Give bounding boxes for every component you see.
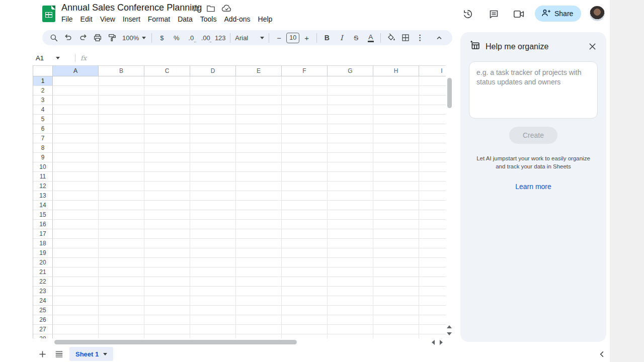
cell-F22[interactable] — [282, 277, 328, 287]
column-header-I[interactable]: I — [419, 66, 446, 76]
cell-G7[interactable] — [328, 134, 373, 143]
cell-I1[interactable] — [419, 76, 446, 86]
cell-B12[interactable] — [99, 182, 144, 191]
cell-D4[interactable] — [190, 105, 236, 115]
italic-icon[interactable]: I — [334, 31, 349, 44]
star-icon[interactable] — [192, 4, 200, 13]
vertical-scrollbar[interactable] — [447, 78, 452, 108]
show-side-panel-chevron-icon[interactable] — [594, 346, 610, 362]
cell-C10[interactable] — [144, 162, 190, 172]
row-header-2[interactable]: 2 — [33, 86, 53, 96]
undo-icon[interactable] — [61, 31, 75, 44]
cell-F20[interactable] — [282, 258, 328, 267]
cell-C13[interactable] — [144, 191, 190, 201]
cell-B25[interactable] — [99, 306, 144, 315]
cell-F27[interactable] — [282, 325, 328, 334]
cell-A20[interactable] — [53, 258, 99, 267]
cell-D16[interactable] — [190, 220, 236, 229]
cell-A3[interactable] — [53, 96, 99, 105]
cell-E28[interactable] — [236, 334, 282, 338]
column-header-G[interactable]: G — [328, 66, 373, 76]
cell-H9[interactable] — [373, 153, 419, 162]
add-sheet-button[interactable] — [34, 346, 50, 362]
cell-A14[interactable] — [53, 201, 99, 210]
cell-D11[interactable] — [190, 172, 236, 182]
cell-E1[interactable] — [236, 76, 282, 86]
cell-G24[interactable] — [328, 296, 373, 306]
decrease-font-size-button[interactable]: − — [272, 31, 286, 44]
cell-G5[interactable] — [328, 115, 373, 124]
row-header-21[interactable]: 21 — [33, 267, 53, 277]
cell-C19[interactable] — [144, 248, 190, 258]
cell-C15[interactable] — [144, 210, 190, 220]
cell-I10[interactable] — [419, 162, 446, 172]
scroll-right-icon[interactable] — [440, 340, 443, 345]
cell-G3[interactable] — [328, 96, 373, 105]
cell-G10[interactable] — [328, 162, 373, 172]
cell-C5[interactable] — [144, 115, 190, 124]
cell-E21[interactable] — [236, 267, 282, 277]
cloud-saved-icon[interactable] — [221, 5, 232, 13]
document-title[interactable]: Annual Sales Conference Planning — [61, 3, 202, 13]
cell-C25[interactable] — [144, 306, 190, 315]
cell-C22[interactable] — [144, 277, 190, 287]
scroll-left-icon[interactable] — [432, 340, 435, 345]
cell-F8[interactable] — [282, 143, 328, 153]
cell-G27[interactable] — [328, 325, 373, 334]
cell-H2[interactable] — [373, 86, 419, 96]
cell-G25[interactable] — [328, 306, 373, 315]
cell-E10[interactable] — [236, 162, 282, 172]
cell-F4[interactable] — [282, 105, 328, 115]
cell-H15[interactable] — [373, 210, 419, 220]
horizontal-scrollbar[interactable] — [54, 340, 297, 344]
organize-prompt-input[interactable] — [469, 61, 598, 119]
cell-H26[interactable] — [373, 315, 419, 325]
cell-A8[interactable] — [53, 143, 99, 153]
menu-view[interactable]: View — [100, 14, 115, 24]
cell-G11[interactable] — [328, 172, 373, 182]
cell-H28[interactable] — [373, 334, 419, 338]
row-header-3[interactable]: 3 — [33, 96, 53, 105]
cell-D27[interactable] — [190, 325, 236, 334]
column-header-B[interactable]: B — [99, 66, 144, 76]
text-color-icon[interactable]: A — [363, 31, 378, 44]
cell-H25[interactable] — [373, 306, 419, 315]
comments-icon[interactable] — [487, 7, 501, 21]
sheet-tab-active[interactable]: Sheet 1 — [69, 347, 113, 361]
menu-tools[interactable]: Tools — [200, 14, 217, 24]
cell-G16[interactable] — [328, 220, 373, 229]
row-header-28[interactable]: 28 — [33, 334, 53, 338]
cell-H16[interactable] — [373, 220, 419, 229]
cell-F18[interactable] — [282, 239, 328, 248]
cell-E22[interactable] — [236, 277, 282, 287]
cell-I22[interactable] — [419, 277, 446, 287]
share-button[interactable]: Share — [535, 6, 581, 22]
cell-A19[interactable] — [53, 248, 99, 258]
cell-G19[interactable] — [328, 248, 373, 258]
cell-A17[interactable] — [53, 229, 99, 239]
cell-A16[interactable] — [53, 220, 99, 229]
menu-insert[interactable]: Insert — [123, 14, 140, 24]
cell-I17[interactable] — [419, 229, 446, 239]
cell-C3[interactable] — [144, 96, 190, 105]
cell-B14[interactable] — [99, 201, 144, 210]
row-header-14[interactable]: 14 — [33, 201, 53, 210]
row-header-7[interactable]: 7 — [33, 134, 53, 143]
cell-D12[interactable] — [190, 182, 236, 191]
cell-H12[interactable] — [373, 182, 419, 191]
column-header-D[interactable]: D — [190, 66, 236, 76]
cell-B22[interactable] — [99, 277, 144, 287]
row-header-4[interactable]: 4 — [33, 105, 53, 115]
row-header-5[interactable]: 5 — [33, 115, 53, 124]
cell-B8[interactable] — [99, 143, 144, 153]
cell-F25[interactable] — [282, 306, 328, 315]
cell-H20[interactable] — [373, 258, 419, 267]
cell-E25[interactable] — [236, 306, 282, 315]
cell-A12[interactable] — [53, 182, 99, 191]
cell-G28[interactable] — [328, 334, 373, 338]
cell-C16[interactable] — [144, 220, 190, 229]
cell-A18[interactable] — [53, 239, 99, 248]
bold-icon[interactable]: B — [319, 31, 334, 44]
row-header-13[interactable]: 13 — [33, 191, 53, 201]
row-header-15[interactable]: 15 — [33, 210, 53, 220]
